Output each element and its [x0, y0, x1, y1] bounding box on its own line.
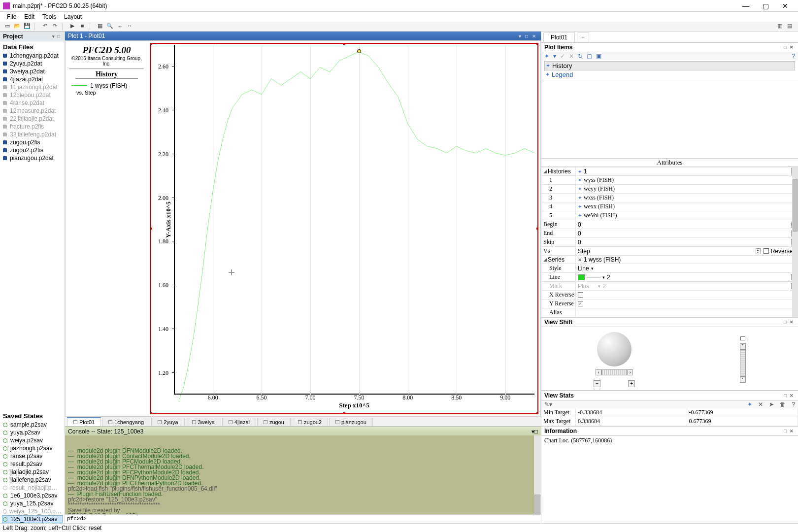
tb-x-icon[interactable]: ✕ — [569, 53, 574, 60]
menu-file[interactable]: File — [3, 13, 20, 20]
toolbar-plot-icon[interactable]: ▦ — [96, 23, 104, 31]
attr-history-value[interactable]: ✦weVol (FISH) — [576, 211, 798, 220]
saved-state-item[interactable]: weiya_125_100.p… — [2, 507, 63, 515]
saved-state-item[interactable]: 1e6_100e3.p2sav — [2, 492, 63, 499]
rotate-h-rail[interactable] — [601, 369, 627, 375]
close-button[interactable]: ✕ — [775, 0, 795, 11]
toolbar-zoom-icon[interactable]: 🔍 — [105, 23, 114, 31]
toolbar-new-icon[interactable]: ▭ — [3, 23, 12, 31]
saved-state-item[interactable]: jialiefeng.p2sav — [2, 476, 63, 484]
saved-state-item[interactable]: weiya.p2sav — [2, 436, 63, 444]
plot-tab[interactable]: zugou2 — [292, 418, 328, 426]
vs-arrow-icon[interactable]: ➤ — [769, 401, 774, 408]
data-file-item[interactable]: 11jiazhongli.p2dat — [2, 83, 63, 91]
plot-items-close-icon[interactable]: ✕ — [788, 45, 795, 50]
zoom-rail[interactable] — [601, 381, 627, 387]
plot-window-pin-icon[interactable]: □ — [523, 33, 530, 39]
attr-vs-value[interactable]: Step▴▾Reversed — [576, 246, 798, 255]
saved-state-item[interactable]: yuya_125.p2sav — [2, 499, 63, 507]
saved-state-item[interactable]: ranse.p2sav — [2, 452, 63, 460]
data-file-item[interactable]: 22jiajiaojie.p2dat — [2, 115, 63, 123]
right-tab-plot01[interactable]: Plot01 — [543, 33, 575, 42]
rotate-left-button[interactable]: ‹ — [596, 369, 601, 375]
attr-alias-value[interactable] — [576, 308, 798, 317]
saved-state-item[interactable]: result.p2sav — [2, 460, 63, 468]
toolbar-open-icon[interactable]: 📂 — [13, 23, 22, 31]
plot-inner-area[interactable]: 1.201.401.601.802.002.202.402.60 6.006.5… — [174, 45, 534, 395]
console-prompt[interactable]: pfc2d> — [65, 514, 541, 523]
attr-end-value[interactable]: 0▴▾ — [576, 229, 798, 237]
saved-state-item[interactable]: result_nojiaoji.p… — [2, 484, 63, 492]
attr-history-value[interactable]: ✦wxss (FISH) — [576, 193, 798, 202]
tree-item[interactable]: ✦History — [544, 61, 795, 70]
saved-state-item[interactable]: sample.p2sav — [2, 421, 63, 429]
toolbar-play-icon[interactable]: ▶ — [68, 23, 77, 31]
zoom-out-button[interactable]: − — [594, 380, 600, 387]
data-file-item[interactable]: zugou.p2fis — [2, 138, 63, 146]
attr-line-value[interactable]: ▾2▴▾ — [576, 272, 798, 281]
menu-layout[interactable]: Layout — [60, 13, 86, 20]
data-file-item[interactable]: pianzugou.p2dat — [2, 154, 63, 162]
saved-state-item[interactable]: yuya.p2sav — [2, 429, 63, 436]
data-file-item[interactable]: 4jiazai.p2dat — [2, 75, 63, 83]
zoom-in-button[interactable]: + — [628, 380, 635, 387]
vs-wand-icon[interactable]: ✎▾ — [544, 401, 552, 408]
attr-history-value[interactable]: ✦weyy (FISH) — [576, 184, 798, 193]
rotate-right-button[interactable]: › — [627, 369, 633, 375]
pan-down-button[interactable]: ˅ — [740, 377, 746, 383]
viewstats-pin-icon[interactable]: □ — [783, 393, 788, 398]
plot-tab[interactable]: Plot01 — [67, 417, 101, 426]
attr-skip-value[interactable]: 0▴▾ — [576, 237, 798, 246]
tb-check-icon[interactable]: ✓ — [560, 53, 565, 60]
attr-yreverse-value[interactable]: ✓ — [576, 299, 798, 308]
tb-help-icon[interactable]: ? — [792, 53, 795, 60]
tb-refresh-icon[interactable]: ↻ — [578, 53, 583, 60]
toolbar-redo-icon[interactable]: ↷ — [50, 23, 59, 31]
toolbar-undo-icon[interactable]: ↶ — [40, 23, 49, 31]
viewshift-close-icon[interactable]: ✕ — [788, 320, 795, 325]
right-tab-add[interactable]: + — [577, 33, 589, 42]
toolbar-save-icon[interactable]: 💾 — [23, 23, 32, 31]
project-pin-icon[interactable]: □ — [56, 34, 62, 39]
attributes-scrollbar[interactable] — [792, 167, 798, 317]
plot-tab[interactable]: 3weiya — [186, 418, 221, 426]
viewstats-close-icon[interactable]: ✕ — [788, 393, 795, 398]
attr-history-value[interactable]: ✦wexx (FISH) — [576, 202, 798, 211]
attr-series-value[interactable]: ✕1 wyss (FISH) — [576, 255, 798, 264]
plot-items-pin-icon[interactable]: □ — [783, 45, 788, 50]
data-file-item[interactable]: 2yuya.p2dat — [2, 60, 63, 67]
plot-tab[interactable]: 4jiazai — [222, 418, 256, 426]
viewshift-pin-icon[interactable]: □ — [783, 320, 788, 325]
plot-tab[interactable]: zugou — [257, 418, 291, 426]
data-file-item[interactable]: 1chengyang.p2dat — [2, 52, 63, 60]
tb-dropdown-icon[interactable]: ▾ — [553, 53, 556, 60]
plot-tab[interactable]: 1chengyang — [102, 418, 150, 426]
attr-xreverse-value[interactable] — [576, 290, 798, 299]
vs-del-icon[interactable]: 🗑 — [780, 401, 786, 408]
tb-add-icon[interactable]: ✦ — [544, 53, 549, 60]
toolbar-layout-icon[interactable]: ▤ — [785, 23, 794, 31]
data-file-item[interactable]: 3weiya.p2dat — [2, 67, 63, 75]
console-scrollbar[interactable] — [534, 435, 541, 514]
information-close-icon[interactable]: ✕ — [788, 429, 795, 433]
viewshift-sphere[interactable] — [597, 332, 632, 366]
attr-begin-value[interactable]: 0▴▾ — [576, 220, 798, 229]
tree-item[interactable]: ✦Legend — [544, 70, 795, 79]
data-file-item[interactable]: 33jialiefeng.p2dat — [2, 131, 63, 138]
data-file-item[interactable]: 12qiepou.p2dat — [2, 91, 63, 99]
attr-style-value[interactable]: Line ▾ — [576, 264, 798, 272]
vs-add-icon[interactable]: ✦ — [747, 401, 752, 408]
saved-state-item[interactable]: 125_100e3.p2sav — [2, 515, 63, 523]
vs-x-icon[interactable]: ✕ — [758, 401, 763, 408]
minimize-button[interactable]: — — [736, 0, 756, 11]
saved-state-item[interactable]: jiajiaojie.p2sav — [2, 468, 63, 476]
data-file-item[interactable]: 12measure.p2dat — [2, 107, 63, 115]
toolbar-stop-icon[interactable]: ■ — [78, 23, 87, 31]
plot-tab[interactable]: 2yuya — [151, 418, 184, 426]
data-file-item[interactable]: 4ranse.p2dat — [2, 99, 63, 107]
project-menu-icon[interactable]: ▾ — [51, 34, 56, 39]
plot-window-close-icon[interactable]: ✕ — [530, 33, 538, 39]
console-pin-icon[interactable]: □ — [534, 428, 538, 435]
tb-box-icon[interactable]: ▢ — [587, 53, 592, 60]
toolbar-arrows-icon[interactable]: ↔ — [125, 23, 134, 31]
